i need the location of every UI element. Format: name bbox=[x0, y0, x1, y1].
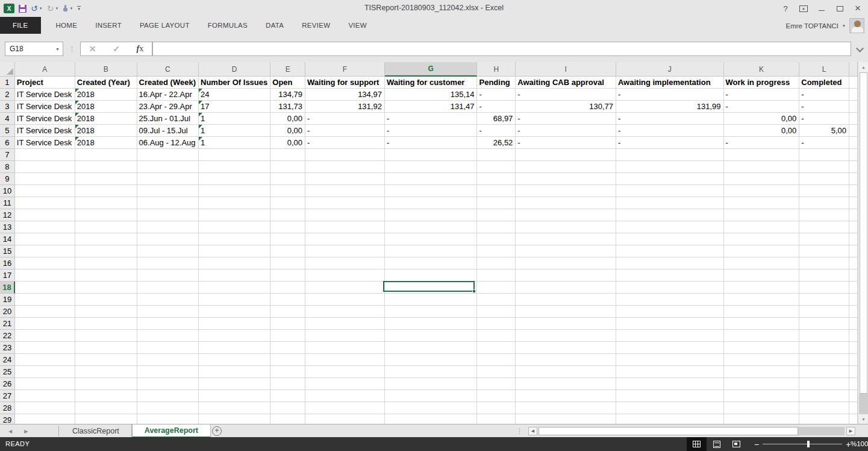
cell-partial-16[interactable] bbox=[849, 257, 858, 270]
cell-K16[interactable] bbox=[724, 257, 800, 270]
cell-B29[interactable] bbox=[75, 414, 137, 424]
cell-D25[interactable] bbox=[199, 366, 270, 378]
cell-B23[interactable] bbox=[75, 342, 137, 354]
cell-H22[interactable] bbox=[477, 330, 516, 342]
cell-H9[interactable] bbox=[477, 173, 516, 185]
cell-L21[interactable] bbox=[799, 318, 849, 330]
cell-F16[interactable] bbox=[305, 257, 385, 270]
cell-F22[interactable] bbox=[305, 330, 385, 342]
cell-H20[interactable] bbox=[477, 306, 516, 318]
cell-D8[interactable] bbox=[199, 161, 270, 173]
cell-K8[interactable] bbox=[724, 161, 800, 173]
cell-A19[interactable] bbox=[15, 294, 75, 306]
cell-L11[interactable] bbox=[799, 197, 849, 209]
cell-C11[interactable] bbox=[137, 197, 199, 209]
cell-E8[interactable] bbox=[270, 161, 305, 173]
cell-partial-14[interactable] bbox=[849, 233, 858, 245]
cell-D16[interactable] bbox=[199, 257, 270, 270]
cell-L12[interactable] bbox=[799, 209, 849, 221]
cell-J3[interactable]: 131,99 bbox=[616, 101, 724, 113]
cell-G22[interactable] bbox=[385, 330, 478, 342]
cell-B5[interactable]: 2018 bbox=[75, 125, 137, 137]
cell-partial-21[interactable] bbox=[849, 318, 858, 330]
cell-I13[interactable] bbox=[516, 221, 616, 233]
cell-J1[interactable]: Awaiting implementation bbox=[616, 77, 724, 89]
cell-H17[interactable] bbox=[477, 270, 516, 282]
row-header-19[interactable]: 19 bbox=[0, 294, 15, 306]
cell-F3[interactable]: 131,92 bbox=[305, 101, 385, 113]
cell-E16[interactable] bbox=[270, 257, 305, 270]
normal-view-icon[interactable] bbox=[687, 437, 707, 451]
row-header-13[interactable]: 13 bbox=[0, 221, 15, 233]
cell-L22[interactable] bbox=[799, 330, 849, 342]
cell-G11[interactable] bbox=[385, 197, 478, 209]
cell-I5[interactable]: - bbox=[516, 125, 616, 137]
cell-L15[interactable] bbox=[799, 245, 849, 257]
account-area[interactable]: Emre TOPTANCI ▼ bbox=[786, 17, 865, 34]
cell-A26[interactable] bbox=[15, 378, 75, 390]
cell-C4[interactable]: 25.Jun - 01.Jul bbox=[137, 113, 199, 125]
column-header-K[interactable]: K bbox=[724, 62, 800, 77]
cell-K19[interactable] bbox=[724, 294, 800, 306]
cell-A9[interactable] bbox=[15, 173, 75, 185]
cell-A8[interactable] bbox=[15, 161, 75, 173]
cell-A6[interactable]: IT Service Desk bbox=[15, 137, 75, 149]
cell-D5[interactable]: 1 bbox=[199, 125, 270, 137]
cell-L7[interactable] bbox=[799, 149, 849, 161]
cell-B4[interactable]: 2018 bbox=[75, 113, 137, 125]
cell-C22[interactable] bbox=[137, 330, 199, 342]
cell-partial-8[interactable] bbox=[849, 161, 858, 173]
cell-D18[interactable] bbox=[199, 282, 270, 294]
cell-H18[interactable] bbox=[477, 282, 516, 294]
cell-F18[interactable] bbox=[305, 282, 385, 294]
cell-A16[interactable] bbox=[15, 257, 75, 270]
cell-G18[interactable] bbox=[385, 282, 478, 294]
cell-A28[interactable] bbox=[15, 402, 75, 414]
cell-A22[interactable] bbox=[15, 330, 75, 342]
row-header-5[interactable]: 5 bbox=[0, 125, 15, 137]
cell-C10[interactable] bbox=[137, 185, 199, 197]
cell-I28[interactable] bbox=[516, 402, 616, 414]
cell-D2[interactable]: 24 bbox=[199, 89, 270, 101]
cell-K27[interactable] bbox=[724, 390, 800, 402]
cell-D29[interactable] bbox=[199, 414, 270, 424]
row-header-22[interactable]: 22 bbox=[0, 330, 15, 342]
cell-G14[interactable] bbox=[385, 233, 478, 245]
sheet-tab-averagereport[interactable]: AverageReport bbox=[132, 424, 211, 438]
cell-H25[interactable] bbox=[477, 366, 516, 378]
cell-F29[interactable] bbox=[305, 414, 385, 424]
cell-H21[interactable] bbox=[477, 318, 516, 330]
cell-partial-2[interactable] bbox=[849, 89, 858, 101]
cell-G20[interactable] bbox=[385, 306, 478, 318]
row-header-27[interactable]: 27 bbox=[0, 390, 15, 402]
cell-H7[interactable] bbox=[477, 149, 516, 161]
select-all-corner[interactable] bbox=[0, 62, 15, 77]
cell-C13[interactable] bbox=[137, 221, 199, 233]
cell-B11[interactable] bbox=[75, 197, 137, 209]
cell-H10[interactable] bbox=[477, 185, 516, 197]
cell-I22[interactable] bbox=[516, 330, 616, 342]
cell-I29[interactable] bbox=[516, 414, 616, 424]
cell-L13[interactable] bbox=[799, 221, 849, 233]
name-box[interactable]: G18▼ bbox=[5, 42, 63, 56]
cell-K1[interactable]: Work in progress bbox=[724, 77, 800, 89]
cell-A14[interactable] bbox=[15, 233, 75, 245]
row-header-4[interactable]: 4 bbox=[0, 113, 15, 125]
cell-partial-24[interactable] bbox=[849, 354, 858, 366]
cell-J13[interactable] bbox=[616, 221, 724, 233]
cell-D13[interactable] bbox=[199, 221, 270, 233]
ribbon-tab-review[interactable]: REVIEW bbox=[293, 17, 339, 34]
page-layout-view-icon[interactable] bbox=[707, 437, 726, 451]
row-header-24[interactable]: 24 bbox=[0, 354, 15, 366]
horizontal-scrollbar-thumb[interactable] bbox=[539, 427, 798, 435]
cell-D14[interactable] bbox=[199, 233, 270, 245]
cell-L3[interactable]: - bbox=[799, 101, 849, 113]
user-dropdown-icon[interactable]: ▼ bbox=[842, 24, 846, 28]
cell-L27[interactable] bbox=[799, 390, 849, 402]
cell-I21[interactable] bbox=[516, 318, 616, 330]
cell-D3[interactable]: 17 bbox=[199, 101, 270, 113]
cell-F24[interactable] bbox=[305, 354, 385, 366]
cell-G27[interactable] bbox=[385, 390, 478, 402]
cell-C1[interactable]: Created (Week) bbox=[137, 77, 199, 89]
cell-K15[interactable] bbox=[724, 245, 800, 257]
